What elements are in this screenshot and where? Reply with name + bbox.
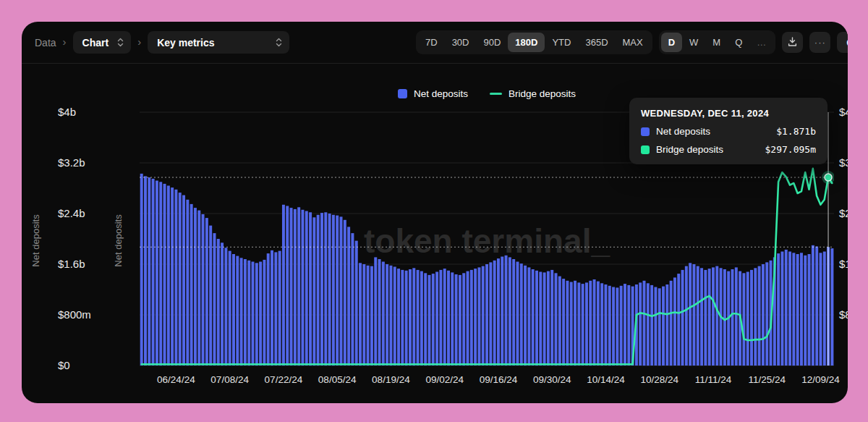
net-deposits-bar[interactable] <box>340 216 343 366</box>
net-deposits-bar[interactable] <box>290 208 293 366</box>
net-deposits-bar[interactable] <box>236 256 239 366</box>
net-deposits-bar[interactable] <box>543 272 546 366</box>
net-deposits-bar[interactable] <box>374 257 377 366</box>
net-deposits-bar[interactable] <box>202 214 205 366</box>
net-deposits-bar[interactable] <box>382 262 385 366</box>
net-deposits-bar[interactable] <box>535 271 538 366</box>
net-deposits-bar[interactable] <box>171 187 174 366</box>
net-deposits-bar[interactable] <box>735 267 738 366</box>
net-deposits-bar[interactable] <box>792 253 795 366</box>
net-deposits-bar[interactable] <box>830 248 833 366</box>
net-deposits-bar[interactable] <box>255 263 258 366</box>
net-deposits-bar[interactable] <box>758 266 761 366</box>
net-deposits-bar[interactable] <box>409 269 412 366</box>
net-deposits-bar[interactable] <box>286 206 289 366</box>
net-deposits-bar[interactable] <box>194 208 197 366</box>
net-deposits-bar[interactable] <box>550 270 553 366</box>
net-deposits-bar[interactable] <box>681 270 684 366</box>
net-deposits-bar[interactable] <box>589 281 592 366</box>
net-deposits-bar[interactable] <box>309 212 312 366</box>
range-button-180d[interactable]: 180D <box>508 33 545 52</box>
net-deposits-bar[interactable] <box>608 286 611 366</box>
net-deposits-bar[interactable] <box>179 193 182 366</box>
net-deposits-bar[interactable] <box>692 264 695 366</box>
net-deposits-bar[interactable] <box>566 281 569 366</box>
net-deposits-bar[interactable] <box>305 211 308 366</box>
net-deposits-bar[interactable] <box>389 266 392 366</box>
net-deposits-bar[interactable] <box>271 250 273 366</box>
net-deposits-bar[interactable] <box>443 269 446 366</box>
net-deposits-bar[interactable] <box>167 186 170 366</box>
net-deposits-bar[interactable] <box>658 288 661 366</box>
net-deposits-bar[interactable] <box>665 284 668 366</box>
chart-type-dropdown[interactable]: Chart <box>73 31 132 54</box>
net-deposits-bar[interactable] <box>320 213 323 366</box>
net-deposits-bar[interactable] <box>604 284 607 366</box>
net-deposits-bar[interactable] <box>662 287 665 366</box>
net-deposits-bar[interactable] <box>274 252 277 366</box>
net-deposits-bar[interactable] <box>765 262 768 366</box>
net-deposits-bar[interactable] <box>574 281 576 366</box>
net-deposits-bar[interactable] <box>493 261 496 366</box>
net-deposits-bar[interactable] <box>393 267 396 366</box>
interval-button-w[interactable]: W <box>682 33 705 52</box>
interval-button-d[interactable]: D <box>661 33 682 52</box>
net-deposits-bar[interactable] <box>762 264 765 366</box>
net-deposits-bar[interactable] <box>532 269 535 366</box>
net-deposits-bar[interactable] <box>259 262 262 366</box>
net-deposits-bar[interactable] <box>673 277 676 366</box>
net-deposits-bar[interactable] <box>205 218 208 366</box>
net-deposits-bar[interactable] <box>351 233 354 366</box>
net-deposits-bar[interactable] <box>539 272 542 366</box>
net-deposits-bar[interactable] <box>654 287 657 366</box>
net-deposits-bar[interactable] <box>754 268 757 366</box>
net-deposits-bar[interactable] <box>386 264 388 366</box>
net-deposits-bar[interactable] <box>562 279 565 366</box>
net-deposits-bar[interactable] <box>186 200 189 366</box>
net-deposits-bar[interactable] <box>278 251 281 366</box>
net-deposits-bar[interactable] <box>294 209 297 366</box>
net-deposits-bar[interactable] <box>600 283 603 366</box>
net-deposits-bar[interactable] <box>405 271 408 366</box>
net-deposits-bar[interactable] <box>159 182 162 366</box>
net-deposits-bar[interactable] <box>297 207 300 366</box>
net-deposits-bar[interactable] <box>378 259 381 366</box>
net-deposits-bar[interactable] <box>417 270 420 366</box>
range-button-ytd[interactable]: YTD <box>545 33 578 52</box>
net-deposits-bar[interactable] <box>593 279 596 366</box>
net-deposits-bar[interactable] <box>708 269 711 366</box>
net-deposits-bar[interactable] <box>140 174 143 366</box>
net-deposits-bar[interactable] <box>317 215 320 366</box>
net-deposits-bar[interactable] <box>812 245 814 366</box>
net-deposits-bar[interactable] <box>489 262 492 366</box>
net-deposits-bar[interactable] <box>723 269 726 366</box>
net-deposits-bar[interactable] <box>420 271 423 366</box>
range-button-30d[interactable]: 30D <box>445 33 477 52</box>
net-deposits-bar[interactable] <box>182 195 185 366</box>
net-deposits-bar[interactable] <box>808 254 811 366</box>
metric-dropdown[interactable]: Key metrics <box>148 31 289 54</box>
net-deposits-bar[interactable] <box>823 252 826 366</box>
range-button-90d[interactable]: 90D <box>477 33 509 52</box>
net-deposits-bar[interactable] <box>367 266 370 366</box>
net-deposits-bar[interactable] <box>788 252 791 366</box>
net-deposits-bar[interactable] <box>427 275 430 366</box>
net-deposits-bar[interactable] <box>324 212 327 366</box>
range-button-365d[interactable]: 365D <box>578 33 615 52</box>
net-deposits-bar[interactable] <box>401 270 404 366</box>
net-deposits-bar[interactable] <box>670 281 673 366</box>
net-deposits-bar[interactable] <box>467 271 469 366</box>
net-deposits-bar[interactable] <box>301 210 304 366</box>
net-deposits-bar[interactable] <box>247 261 250 366</box>
interval-button-…[interactable]: … <box>749 33 773 52</box>
net-deposits-bar[interactable] <box>585 282 588 366</box>
net-deposits-bar[interactable] <box>804 256 807 366</box>
net-deposits-bar[interactable] <box>435 272 438 366</box>
net-deposits-bar[interactable] <box>163 184 166 366</box>
legend-item[interactable]: Bridge deposits <box>490 88 576 99</box>
net-deposits-bar[interactable] <box>689 263 692 366</box>
net-deposits-bar[interactable] <box>558 277 561 366</box>
net-deposits-bar[interactable] <box>190 204 193 366</box>
net-deposits-bar[interactable] <box>497 258 500 366</box>
net-deposits-bar[interactable] <box>715 266 718 366</box>
